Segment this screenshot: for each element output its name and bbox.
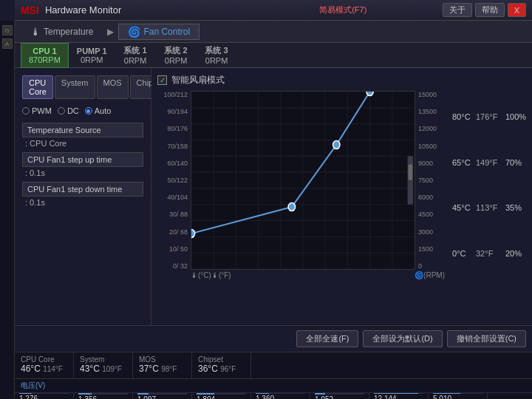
smart-fan-checkbox[interactable]: ✓ — [157, 75, 167, 85]
voltage-bar — [374, 393, 418, 394]
chart-svg — [191, 92, 415, 269]
voltage-bar-container — [197, 393, 246, 395]
auto-radio[interactable]: Auto — [85, 106, 112, 115]
voltage-value: 1.097 — [137, 395, 156, 399]
cell-temp: 36°C 96°F — [198, 364, 245, 374]
step-down-button[interactable]: CPU Fan1 step down time — [22, 182, 143, 197]
fan-tab-sys1[interactable]: 系统 10RPM — [115, 41, 156, 69]
voltage-bar-container — [315, 393, 364, 395]
pct-row[interactable]: 80°C 176°F 100% — [449, 111, 522, 123]
y-left-label: 70/158 — [157, 143, 188, 150]
dc-radio[interactable]: DC — [58, 106, 79, 115]
strip-a: A — [2, 38, 13, 49]
set-default-button[interactable]: 全部设为默认(D) — [363, 330, 442, 347]
fan-tab-sys2[interactable]: 系统 20RPM — [156, 41, 197, 69]
y-right-label: 0 — [418, 262, 445, 270]
y-right-label: 12000 — [418, 125, 445, 132]
auto-label: Auto — [95, 106, 112, 115]
dc-circle — [58, 107, 65, 115]
app-logo: MSI — [21, 4, 39, 16]
voltage-bar — [433, 393, 460, 394]
step-up-button[interactable]: CPU Fan1 step up time — [22, 152, 143, 167]
pct-temp: 45°C — [452, 203, 473, 212]
smart-fan-header: ✓ 智能风扇模式 — [157, 74, 526, 86]
voltage-cell: 1.360 内存 — [251, 393, 310, 399]
svg-point-19 — [191, 230, 195, 238]
y-right-label: 3000 — [418, 228, 445, 236]
full-speed-button[interactable]: 全部全速(F) — [296, 330, 358, 347]
temp-source-value: : CPU Core — [22, 139, 143, 148]
y-right-label: 6000 — [418, 194, 445, 201]
tab-bar: 🌡 Temperature ▶ 🌀 Fan Control — [15, 21, 532, 43]
cell-label: Chipset — [198, 355, 245, 364]
y-axis-left: 100/21290/19480/17670/15860/14050/12240/… — [157, 91, 191, 270]
status-cell: System 43°C 109°F — [74, 352, 133, 378]
tab-temperature[interactable]: 🌡 Temperature — [21, 24, 103, 40]
voltage-bar — [137, 393, 149, 395]
cell-label: CPU Core — [21, 355, 67, 364]
cell-temp: 46°C 114°F — [21, 364, 67, 374]
fan-tab-sys3[interactable]: 系统 30RPM — [197, 41, 237, 69]
voltage-cell: 5.010 系统 5V — [429, 393, 488, 399]
svg-point-20 — [288, 203, 295, 211]
pwm-radio[interactable]: PWM — [22, 106, 52, 115]
voltage-label: 电压(V) — [15, 379, 532, 393]
chart-container: 100/21290/19480/17670/15860/14050/12240/… — [157, 91, 445, 279]
y-left-label: 50/122 — [157, 177, 188, 184]
cell-temp: 43°C 109°F — [80, 364, 126, 374]
temp-source-button[interactable]: Temperature Source — [22, 123, 143, 137]
voltage-bar-container — [256, 393, 305, 394]
fan-tab-cpu1[interactable]: CPU 1870RPM — [21, 43, 69, 68]
voltage-bar-container — [433, 393, 482, 394]
voltage-cell: 1.276 CPU核心 — [15, 393, 74, 399]
tab-fan-control[interactable]: 🌀 Fan Control — [118, 24, 200, 40]
voltage-bar — [19, 393, 32, 394]
help-button[interactable]: 帮助 — [475, 3, 505, 17]
sub-tab-mos[interactable]: MOS — [97, 75, 129, 99]
pct-temp: 80°C — [452, 112, 473, 121]
pct-row[interactable]: 45°C 113°F 35% — [449, 202, 522, 214]
svg-rect-23 — [408, 156, 414, 204]
fan-tab-pump1[interactable]: PUMP 10RPM — [69, 43, 115, 68]
voltage-cell: 12.144 系统 12V — [369, 393, 429, 399]
temperature-tab-label: Temperature — [44, 27, 93, 37]
bottom-buttons: 全部全速(F) 全部设为默认(D) 撤销全部设置(C) — [15, 325, 532, 352]
voltage-bar — [315, 393, 325, 395]
voltage-value: 5.010 — [433, 395, 451, 400]
voltage-value: 1.360 — [256, 395, 274, 400]
y-right-label: 13500 — [418, 108, 445, 115]
svg-point-21 — [333, 141, 340, 149]
voltage-bar-container — [137, 393, 187, 395]
y-right-label: 10500 — [418, 143, 445, 150]
voltage-row: 1.276 CPU核心 1.356 CPU NB/SOC 1.097 VDD M… — [15, 393, 532, 399]
voltage-value: 1.356 — [78, 395, 97, 399]
pct-tempf: 176°F — [476, 112, 502, 121]
y-right-label: 7500 — [418, 177, 445, 184]
pct-row[interactable]: 0°C 32°F 20% — [449, 248, 522, 259]
voltage-cell: 1.804 CPU 1P8 — [192, 393, 251, 399]
strip-g: G — [2, 25, 13, 35]
voltage-bar-container — [374, 393, 423, 394]
voltage-bar-container — [78, 393, 128, 395]
status-cell: CPU Core 46°C 114°F — [15, 352, 74, 378]
simple-mode-label: 简易模式(F7) — [244, 4, 443, 16]
pct-value: 35% — [505, 203, 522, 212]
sub-tab-cpu_core[interactable]: CPU Core — [22, 75, 53, 99]
sub-tabs: CPU CoreSystemMOSChipset — [22, 75, 143, 99]
sub-tab-system[interactable]: System — [55, 75, 95, 99]
left-panel: CPU CoreSystemMOSChipset PWM DC Auto — [15, 68, 151, 325]
cell-label: MOS — [139, 355, 185, 364]
pct-row[interactable]: 65°C 149°F 70% — [449, 157, 522, 168]
voltage-value: 1.052 — [315, 395, 333, 399]
voltage-bar-container — [19, 393, 69, 394]
about-button[interactable]: 关于 — [443, 3, 472, 17]
pct-tempf: 149°F — [476, 158, 502, 167]
app-title: Hardware Monitor — [45, 4, 244, 16]
y-left-label: 20/ 68 — [157, 228, 188, 236]
cancel-all-button[interactable]: 撤销全部设置(C) — [447, 330, 526, 347]
chart-wrapper[interactable] — [191, 91, 415, 270]
status-bar: CPU Core 46°C 114°F System 43°C 109°F MO… — [15, 352, 532, 399]
pwm-circle — [22, 107, 30, 115]
chart-section: 100/21290/19480/17670/15860/14050/12240/… — [157, 91, 526, 279]
close-button[interactable]: X — [508, 3, 526, 17]
